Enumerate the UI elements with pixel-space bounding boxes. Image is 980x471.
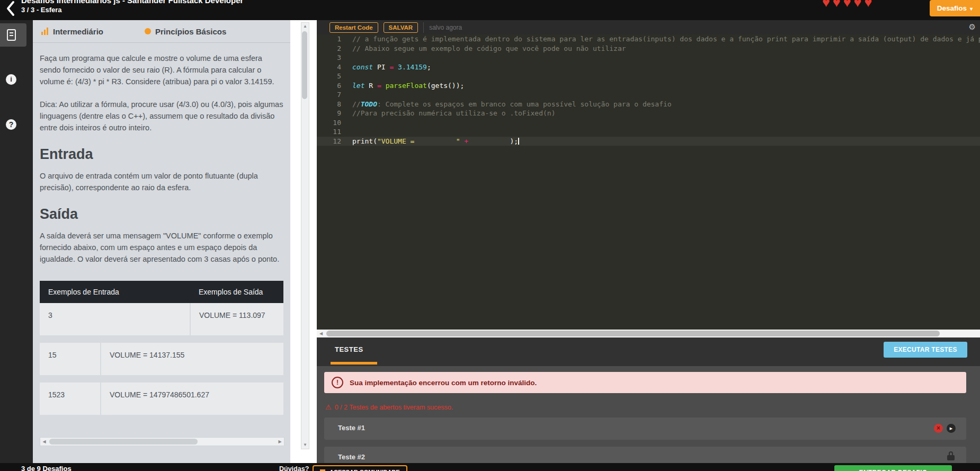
description-vscrollbar[interactable]: ▲ ▼ [301, 22, 309, 449]
code-line[interactable]: 11 [317, 127, 980, 137]
code-line[interactable]: 10 [317, 118, 980, 128]
line-number: 12 [317, 137, 348, 146]
document-icon [6, 29, 17, 41]
code-line[interactable]: 2// Abaixo segue um exemplo de código qu… [317, 44, 980, 54]
code-line[interactable]: 3 [317, 53, 980, 63]
code-line[interactable]: 5 [317, 72, 980, 81]
lives: ♥♥♥♥♥ [822, 0, 875, 10]
test-failed-icon[interactable]: × [934, 424, 943, 433]
code-line-text: //TODO: Complete os espaços em branco co… [348, 100, 672, 109]
code-line[interactable]: 12print("VOLUME = " + ); [317, 137, 980, 146]
test-item-1[interactable]: Teste #1 × ▶ [324, 417, 966, 440]
tab-testes[interactable]: TESTES [335, 345, 363, 353]
error-alert-message: Sua implementação encerrou com um retorn… [350, 379, 537, 387]
code-line-text [348, 118, 352, 128]
scroll-down-icon[interactable]: ▼ [301, 441, 309, 449]
save-button[interactable]: SALVAR [384, 22, 418, 33]
tests-bar: TESTES EXECUTAR TESTES [317, 337, 980, 366]
chevron-down-icon: ▾ [970, 6, 973, 12]
code-line[interactable]: 4const PI = 3.14159; [317, 63, 980, 72]
dot-icon [145, 28, 151, 34]
examples-output-header: Exemplos de Saída [190, 281, 283, 303]
save-status: salvo agora [429, 24, 462, 31]
line-number: 3 [317, 53, 348, 63]
line-number: 1 [317, 34, 348, 44]
line-number: 8 [317, 100, 348, 109]
editor-hscrollbar[interactable]: ◀ [317, 330, 980, 337]
difficulty-label: Intermediário [53, 27, 103, 36]
restart-code-button[interactable]: Restart Code [329, 22, 378, 33]
code-line-text: // Abaixo segue um exemplo de código que… [348, 44, 626, 54]
scroll-left-icon[interactable]: ◀ [317, 331, 325, 336]
table-row: 1523 VOLUME = 14797486501.627 [40, 383, 283, 415]
sidebar: i ? [0, 20, 33, 471]
hscrollbar-thumb[interactable] [49, 439, 198, 445]
description-hscrollbar[interactable]: ◀ ▶ [40, 437, 284, 446]
line-number: 2 [317, 44, 348, 54]
category-badge: Princípios Básicos [145, 27, 226, 36]
code-line-text [348, 127, 352, 137]
code-line-text [348, 53, 352, 63]
vscrollbar-thumb[interactable] [302, 31, 307, 99]
community-button[interactable]: ACESSAR COMUNIDADE [313, 465, 407, 471]
description-content: Faça um programa que calcule e mostre o … [33, 43, 290, 437]
challenge-subtitle: 3 / 3 - Esfera [21, 6, 233, 14]
code-line[interactable]: 1// a função gets é implementada dentro … [317, 34, 980, 44]
alert-circle-icon: ! [332, 377, 343, 388]
scroll-left-icon[interactable]: ◀ [40, 438, 48, 446]
category-label: Princípios Básicos [155, 27, 226, 36]
code-line-text: print("VOLUME = " + ); [348, 137, 519, 146]
code-line-text: const PI = 3.14159; [348, 63, 431, 72]
community-button-label: ACESSAR COMUNIDADE [329, 469, 400, 471]
description-panel: Intermediário Princípios Básicos Faça um… [33, 20, 290, 463]
code-line-text [348, 72, 352, 81]
code-area[interactable]: 1// a função gets é implementada dentro … [317, 34, 980, 330]
line-number: 9 [317, 109, 348, 118]
back-icon[interactable] [3, 1, 18, 17]
scroll-up-icon[interactable]: ▲ [301, 23, 309, 30]
line-number: 4 [317, 63, 348, 72]
submit-challenge-button[interactable]: ENTREGAR DESAFIO [834, 465, 952, 471]
editor-hscrollbar-thumb[interactable] [326, 331, 940, 336]
code-line-text: // a função gets é implementada dentro d… [348, 34, 980, 44]
text-cursor [518, 138, 519, 145]
help-label: Dúvidas? [279, 465, 309, 471]
statement-paragraph: Faça um programa que calcule e mostre o … [40, 52, 283, 87]
heart-icon: ♥ [833, 0, 841, 10]
run-tests-button[interactable]: EXECUTAR TESTES [884, 342, 967, 358]
error-alert: ! Sua implementação encerrou com um reto… [324, 372, 966, 393]
table-row: 15 VOLUME = 14137.155 [40, 343, 283, 375]
tests-summary-text: 0 / 2 Testes de abertos tiveram sucesso. [335, 404, 453, 411]
tests-summary: ⚠ 0 / 2 Testes de abertos tiveram sucess… [325, 403, 453, 411]
help-icon[interactable]: ? [6, 119, 16, 130]
page-title: Desafios Intermediários js - Santander F… [21, 0, 445, 5]
gear-icon[interactable]: ⚙ [969, 23, 976, 31]
editor-toolbar: Restart Code SALVAR salvo agora ⚙ [317, 20, 980, 34]
app: Desafios Intermediários js - Santander F… [0, 0, 980, 471]
output-heading: Saída [40, 206, 283, 223]
line-number: 5 [317, 72, 348, 81]
code-line[interactable]: 7 [317, 90, 980, 100]
code-line[interactable]: 9//Para precisão numérica utiliza-se o .… [317, 109, 980, 118]
hint-paragraph: Dica: Ao utilizar a fórmula, procure usa… [40, 99, 283, 134]
scroll-right-icon[interactable]: ▶ [276, 438, 284, 446]
test-label: Teste #2 [338, 453, 365, 461]
bottom-bar: 3 de 9 Desafios Dúvidas? ACESSAR COMUNID… [0, 463, 980, 471]
heart-icon: ♥ [864, 0, 872, 10]
code-line[interactable]: 8//TODO: Complete os espaços em branco c… [317, 100, 980, 109]
example-output: VOLUME = 113.097 [190, 303, 283, 335]
expand-icon[interactable]: ▶ [947, 424, 956, 433]
examples-input-header: Exemplos de Entrada [40, 281, 190, 303]
code-line[interactable]: 6let R = parseFloat(gets()); [317, 81, 980, 91]
info-icon[interactable]: i [6, 74, 16, 85]
example-input: 3 [40, 303, 190, 335]
desafios-menu-button[interactable]: Desafios▾ [930, 0, 980, 16]
tests-results: ! Sua implementação encerrou com um reto… [317, 366, 980, 471]
heart-icon: ♥ [854, 0, 862, 10]
top-bar: Desafios Intermediários js - Santander F… [0, 0, 980, 20]
desafios-menu-label: Desafios [937, 4, 967, 12]
sidebar-item-description[interactable] [0, 23, 26, 47]
divider [423, 22, 424, 33]
table-row: 3 VOLUME = 113.097 [40, 303, 283, 335]
code-line-text: //Para precisão numérica utiliza-se o .t… [348, 109, 556, 118]
